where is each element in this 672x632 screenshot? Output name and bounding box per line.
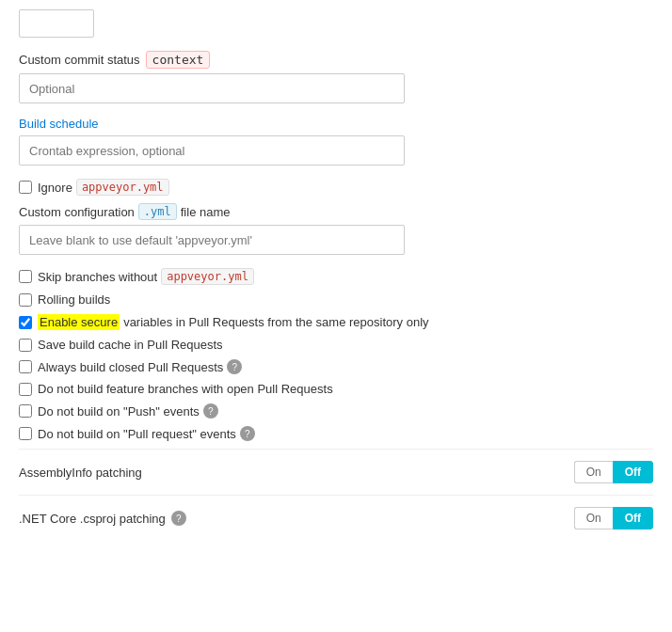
commit-status-text: Custom commit status <box>19 53 140 67</box>
always-build-label: Always build closed Pull Requests ? <box>38 359 242 374</box>
dotnet-core-help-icon[interactable]: ? <box>171 511 186 526</box>
custom-config-label-post: file name <box>181 205 231 219</box>
no-feature-branches-label: Do not build feature branches with open … <box>38 382 333 396</box>
always-build-checkbox[interactable] <box>19 360 32 373</box>
ignore-appveyor-label: Ignore appveyor.yml <box>38 179 169 196</box>
enable-secure-row: Enable secure variables in Pull Requests… <box>19 314 653 330</box>
context-badge: context <box>146 51 211 69</box>
enable-secure-checkbox[interactable] <box>19 316 32 329</box>
dotnet-core-off-button[interactable]: Off <box>613 507 653 529</box>
custom-config-input[interactable] <box>19 225 405 255</box>
build-schedule-input[interactable] <box>19 135 405 166</box>
no-pull-request-events-row: Do not build on "Pull request" events ? <box>19 426 653 441</box>
ignore-appveyor-row: Ignore appveyor.yml <box>19 179 653 196</box>
assembly-info-label: AssemblyInfo patching <box>19 466 142 480</box>
rolling-builds-row: Rolling builds <box>19 292 653 307</box>
dotnet-core-on-button[interactable]: On <box>574 507 613 529</box>
assembly-info-on-button[interactable]: On <box>574 461 613 483</box>
skip-branches-label: Skip branches without appveyor.yml <box>38 268 254 285</box>
enable-secure-highlight: Enable secure <box>38 314 120 330</box>
rolling-builds-checkbox[interactable] <box>19 293 32 307</box>
ignore-appveyor-code: appveyor.yml <box>76 179 169 196</box>
ignore-appveyor-checkbox[interactable] <box>19 181 32 194</box>
save-build-cache-row: Save build cache in Pull Requests <box>19 338 653 352</box>
commit-status-input[interactable] <box>19 73 405 103</box>
custom-config-section: Custom configuration .yml file name <box>19 203 653 255</box>
no-feature-branches-checkbox[interactable] <box>19 383 32 396</box>
no-push-events-help-icon[interactable]: ? <box>203 403 218 419</box>
enable-secure-label: Enable secure variables in Pull Requests… <box>38 314 429 330</box>
no-feature-branches-row: Do not build feature branches with open … <box>19 382 653 396</box>
always-build-row: Always build closed Pull Requests ? <box>19 359 653 374</box>
custom-commit-status-section: Custom commit status context <box>19 51 653 103</box>
save-build-cache-label: Save build cache in Pull Requests <box>38 338 223 352</box>
skip-branches-checkbox[interactable] <box>19 270 32 283</box>
no-push-events-checkbox[interactable] <box>19 404 32 418</box>
always-build-help-icon[interactable]: ? <box>227 359 242 374</box>
rolling-builds-label: Rolling builds <box>38 292 110 307</box>
assembly-info-toggle: On Off <box>574 461 653 483</box>
assembly-info-row: AssemblyInfo patching On Off <box>19 449 653 495</box>
no-push-events-row: Do not build on "Push" events ? <box>19 403 653 419</box>
commit-status-label: Custom commit status context <box>19 51 653 69</box>
no-push-events-label: Do not build on "Push" events ? <box>38 403 218 419</box>
dotnet-core-toggle: On Off <box>574 507 653 529</box>
save-build-cache-checkbox[interactable] <box>19 339 32 352</box>
skip-branches-row: Skip branches without appveyor.yml <box>19 268 653 285</box>
skip-branches-code: appveyor.yml <box>161 268 254 285</box>
no-pull-request-events-checkbox[interactable] <box>19 427 32 440</box>
custom-config-code: .yml <box>138 203 177 220</box>
no-pull-request-events-label: Do not build on "Pull request" events ? <box>38 426 255 441</box>
dotnet-core-label: .NET Core .csproj patching ? <box>19 511 186 526</box>
assembly-info-off-button[interactable]: Off <box>613 461 653 483</box>
no-pull-request-events-help-icon[interactable]: ? <box>240 426 255 441</box>
build-schedule-section: Build schedule <box>19 117 653 166</box>
custom-config-label-pre: Custom configuration <box>19 205 135 219</box>
build-schedule-label: Build schedule <box>19 117 653 131</box>
top-box <box>19 9 94 38</box>
dotnet-core-row: .NET Core .csproj patching ? On Off <box>19 495 653 541</box>
